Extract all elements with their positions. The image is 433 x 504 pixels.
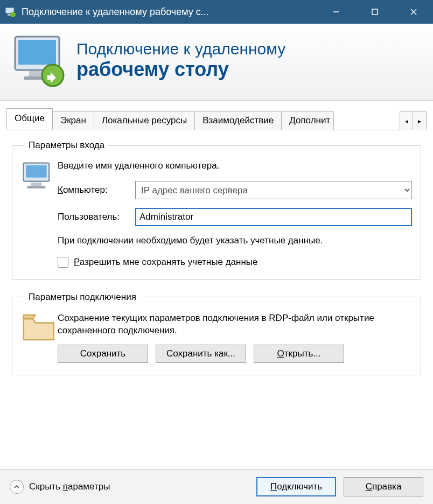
tab-scroll-left[interactable]: ◂ <box>400 112 413 130</box>
app-icon <box>4 6 16 18</box>
tab-strip: Общие Экран Локальные ресурсы Взаимодейс… <box>0 101 433 130</box>
hide-options-link[interactable]: Скрыть параметры <box>29 481 256 492</box>
connection-description: Сохранение текущих параметров подключени… <box>58 312 412 337</box>
rdp-monitor-icon <box>11 33 70 87</box>
save-as-button[interactable]: Сохранить как... <box>156 345 246 363</box>
credentials-hint: При подключении необходимо будет указать… <box>58 235 412 247</box>
computer-combobox[interactable]: IP адрес вашего сервера <box>135 181 412 199</box>
tab-content-general: Параметры входа Введите имя удаленного к… <box>0 130 433 393</box>
window-titlebar: Подключение к удаленному рабочему с... <box>0 0 433 24</box>
svg-rect-14 <box>31 183 41 186</box>
computer-label: Компьютер: <box>58 185 135 195</box>
help-button[interactable]: Справка <box>344 477 423 496</box>
svg-rect-8 <box>18 40 56 65</box>
tab-display[interactable]: Экран <box>52 111 94 130</box>
connect-button[interactable]: Подключить <box>256 477 336 496</box>
header-line2: рабочему столу <box>76 58 285 81</box>
maximize-button[interactable] <box>355 0 394 24</box>
connection-parameters-group: Параметры подключения Сохранение текущих… <box>12 292 421 375</box>
save-button[interactable]: Сохранить <box>58 345 148 363</box>
remember-credentials-checkbox[interactable] <box>58 257 68 268</box>
close-button[interactable] <box>394 0 433 24</box>
dialog-header: Подключение к удаленному рабочему столу <box>0 24 433 101</box>
window-title: Подключение к удаленному рабочему с... <box>22 6 317 18</box>
tab-general[interactable]: Общие <box>6 108 53 130</box>
dialog-footer: Скрыть параметры Подключить Справка <box>0 469 433 504</box>
login-group-legend: Параметры входа <box>25 140 108 151</box>
tab-advanced[interactable]: Дополнит <box>281 111 334 130</box>
tab-experience[interactable]: Взаимодействие <box>194 111 282 130</box>
svg-rect-15 <box>27 186 45 189</box>
svg-rect-13 <box>26 165 47 178</box>
connection-group-legend: Параметры подключения <box>25 292 139 303</box>
svg-rect-4 <box>372 9 378 15</box>
remember-credentials-label: Разрешить мне сохранять учетные данные <box>74 257 257 268</box>
minimize-button[interactable] <box>317 0 355 24</box>
collapse-options-button[interactable] <box>10 480 24 494</box>
svg-point-2 <box>10 12 16 17</box>
computer-icon <box>21 160 58 268</box>
tab-scroll-right[interactable]: ▸ <box>413 112 426 130</box>
login-instruction: Введите имя удаленного компьютера. <box>58 160 412 171</box>
folder-icon <box>21 312 58 363</box>
tab-local-resources[interactable]: Локальные ресурсы <box>94 111 195 130</box>
login-parameters-group: Параметры входа Введите имя удаленного к… <box>12 140 421 280</box>
open-button[interactable]: Открыть... <box>254 345 344 363</box>
header-line1: Подключение к удаленному <box>76 40 285 58</box>
username-input[interactable] <box>135 208 412 226</box>
username-label: Пользователь: <box>58 212 135 222</box>
